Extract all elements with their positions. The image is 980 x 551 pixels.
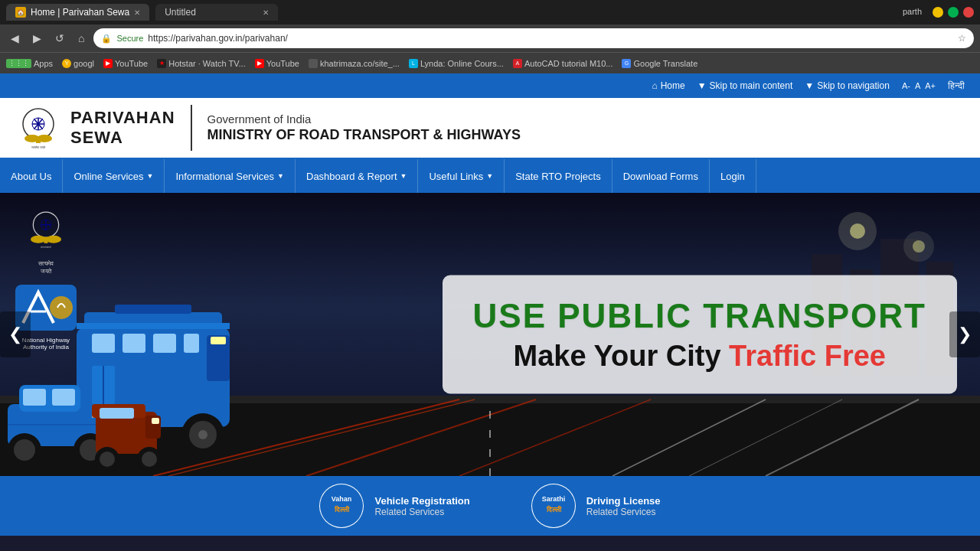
svg-rect-54 [77, 323, 230, 329]
ministry-info: Government of India MINISTRY OF ROAD TRA… [207, 112, 521, 143]
bookmark-apps[interactable]: ⋮⋮⋮ Apps [6, 59, 53, 68]
nav-login-label: Login [720, 171, 745, 182]
svg-text:सत्यमेव जयते: सत्यमेव जयते [40, 246, 52, 249]
nav-about-us[interactable]: About Us [0, 159, 63, 193]
bookmark-lynda[interactable]: L Lynda: Online Cours... [409, 59, 504, 68]
svg-rect-74 [152, 418, 159, 424]
skip-nav-link[interactable]: ▼ Skip to navigation [805, 80, 890, 91]
youtube2-icon: ▶ [255, 59, 264, 68]
svg-rect-44 [184, 334, 199, 353]
govt-name: Government of India [207, 112, 521, 126]
back-button[interactable]: ◀ [6, 31, 24, 46]
vahan-logo-svg: Vahan दिल्ली [320, 484, 363, 527]
home-link[interactable]: ⌂ Home [652, 80, 684, 91]
bookmark-star-icon[interactable]: ☆ [958, 33, 966, 44]
vehicles-svg [0, 251, 283, 473]
url-text: https://parivahan.gov.in/parivahan/ [148, 33, 288, 44]
driving-license-info: Driving License Related Services [586, 495, 661, 517]
site-header: सत्यमेव जयते PARIVAHAN SEWA Government o… [0, 98, 980, 159]
nav-dashboard-report-label: Dashboard & Report [306, 171, 397, 182]
slider-prev-button[interactable]: ❮ [0, 311, 31, 357]
google-label: googl [74, 59, 94, 68]
font-increase-btn[interactable]: A+ [925, 81, 936, 90]
bookmark-translate[interactable]: G Google Translate [622, 59, 697, 68]
close-button[interactable] [963, 7, 974, 18]
youtube-label: YouTube [115, 59, 148, 68]
window-controls: parth [903, 7, 974, 18]
nav-useful-links[interactable]: Useful Links ▼ [418, 159, 505, 193]
home-nav-button[interactable]: ⌂ [74, 31, 89, 46]
sewa-label: SEWA [70, 128, 175, 148]
hero-slider: सत्यमेव जयते सत्यमेवजयते National Highwa… [0, 193, 980, 476]
svg-point-52 [198, 430, 207, 439]
hotstar-label: Hotstar · Watch TV... [168, 59, 245, 68]
minimize-button[interactable] [933, 7, 943, 18]
logo-area: सत्यमेव जयते PARIVAHAN SEWA Government o… [15, 105, 521, 151]
reload-button[interactable]: ↺ [51, 31, 69, 46]
svg-text:Vahan: Vahan [332, 495, 352, 503]
nav-informational-services-label: Informational Services [175, 171, 274, 182]
bookmark-youtube[interactable]: ▶ YouTube [103, 59, 148, 68]
bookmark-khatrimaza[interactable]: khatrimaza.co/site_... [309, 59, 400, 68]
nav-state-rto[interactable]: State RTO Projects [505, 159, 612, 193]
hindi-link[interactable]: हिन्दी [948, 80, 965, 91]
apps-label: Apps [34, 59, 53, 68]
tab-close-btn[interactable]: ✕ [134, 8, 140, 17]
title-bar: 🏠 Home | Parivahan Sewa ✕ Untitled ✕ par… [0, 0, 980, 24]
hero-subline-part2: Traffic Free [729, 340, 886, 372]
lynda-label: Lynda: Online Cours... [420, 59, 504, 68]
svg-point-27 [913, 240, 925, 253]
website-content: ⌂ Home ▼ Skip to main content ▼ Skip to … [0, 73, 980, 536]
bookmark-hotstar[interactable]: ★ Hotstar · Watch TV... [157, 59, 245, 68]
inactive-tab[interactable]: Untitled ✕ [155, 4, 278, 21]
service-vehicle-registration[interactable]: Vahan दिल्ली Vehicle Registration Relate… [319, 484, 469, 528]
svg-rect-73 [100, 408, 134, 419]
slider-next-button[interactable]: ❯ [949, 311, 980, 357]
svg-point-25 [850, 223, 865, 239]
inactive-tab-label: Untitled [165, 7, 196, 18]
bookmark-autocad[interactable]: A AutoCAD tutorial M10... [513, 59, 613, 68]
secure-icon: 🔒 [101, 34, 112, 44]
skip-main-link[interactable]: ▼ Skip to main content [697, 80, 793, 91]
svg-text:Sarathi: Sarathi [541, 495, 565, 503]
next-arrow-icon: ❯ [958, 324, 972, 344]
nav-dashboard-report[interactable]: Dashboard & Report ▼ [296, 159, 418, 193]
main-navigation: About Us Online Services ▼ Informational… [0, 159, 980, 193]
nav-informational-services[interactable]: Informational Services ▼ [165, 159, 296, 193]
address-bar[interactable]: 🔒 Secure https://parivahan.gov.in/pariva… [93, 28, 974, 48]
font-decrease-btn[interactable]: A- [902, 81, 910, 90]
svg-rect-58 [23, 389, 46, 406]
svg-rect-41 [92, 334, 115, 353]
active-tab[interactable]: 🏠 Home | Parivahan Sewa ✕ [6, 4, 149, 21]
nav-download-forms[interactable]: Download Forms [612, 159, 710, 193]
nav-download-forms-label: Download Forms [623, 171, 698, 182]
tab-close-btn-2[interactable]: ✕ [263, 8, 269, 17]
nav-online-services[interactable]: Online Services ▼ [63, 159, 165, 193]
home-icon: ⌂ [652, 80, 657, 91]
bookmarks-bar: ⋮⋮⋮ Apps Y googl ▶ YouTube ★ Hotstar · W… [0, 52, 980, 73]
vehicle-illustrations [0, 251, 283, 476]
vehicle-registration-info: Vehicle Registration Related Services [374, 495, 469, 517]
khatrimaza-icon [309, 59, 318, 68]
maximize-button[interactable] [948, 7, 959, 18]
skip-main-label: Skip to main content [710, 80, 793, 91]
hero-subline-part1: Make Your City [514, 340, 730, 372]
nav-useful-links-label: Useful Links [429, 171, 483, 182]
apps-icon: ⋮⋮⋮ [6, 59, 31, 68]
address-bar-row: ◀ ▶ ↺ ⌂ 🔒 Secure https://parivahan.gov.i… [0, 24, 980, 52]
forward-button[interactable]: ▶ [28, 31, 46, 46]
nav-login[interactable]: Login [710, 159, 756, 193]
dashboard-arrow-icon: ▼ [400, 172, 407, 180]
bookmark-google[interactable]: Y googl [62, 59, 94, 68]
rickshaw-illustration [92, 404, 162, 471]
driving-license-sublabel: Related Services [586, 507, 661, 517]
lynda-icon: L [409, 59, 418, 68]
font-normal-btn[interactable]: A [915, 81, 920, 90]
svg-point-61 [14, 439, 35, 461]
prev-arrow-icon: ❮ [8, 324, 22, 344]
vehicle-reg-sublabel: Related Services [374, 507, 469, 517]
bookmark-youtube2[interactable]: ▶ YouTube [255, 59, 299, 68]
service-driving-license[interactable]: Sarathi दिल्ली Driving License Related S… [531, 484, 661, 528]
active-tab-label: Home | Parivahan Sewa [31, 7, 129, 18]
online-services-arrow-icon: ▼ [147, 172, 154, 180]
